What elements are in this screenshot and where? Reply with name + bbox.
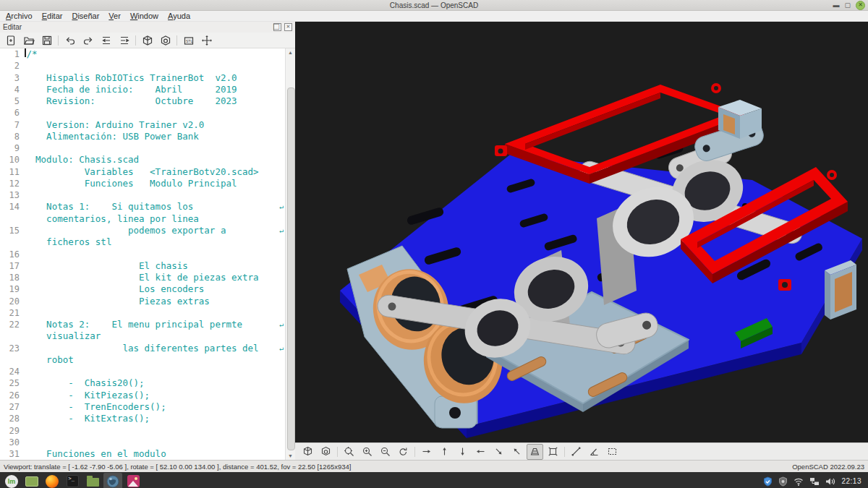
editor-dock-header[interactable]: Editar ⃞ ✕ bbox=[0, 22, 295, 33]
select-region-icon bbox=[607, 446, 618, 457]
code-line: 17 El chasis bbox=[0, 260, 295, 272]
indent-button[interactable] bbox=[116, 33, 132, 48]
measure-distance-button[interactable] bbox=[568, 444, 584, 460]
code-line: 19 Los encoders bbox=[0, 283, 295, 295]
render-button[interactable] bbox=[157, 33, 174, 48]
3d-model bbox=[295, 22, 868, 442]
redo-button[interactable] bbox=[80, 33, 96, 48]
code-line: 1/* bbox=[0, 48, 295, 60]
code-text: Alimentación: USB Power Bank bbox=[25, 131, 199, 142]
view-bottom-button[interactable] bbox=[454, 444, 471, 460]
code-line: 20 Piezas extras bbox=[0, 296, 295, 307]
taskbar-terminal-button[interactable]: >_ bbox=[63, 473, 82, 488]
code-line: 2 bbox=[0, 60, 295, 72]
view-back-button[interactable] bbox=[509, 444, 525, 460]
line-number: 16 bbox=[0, 249, 25, 260]
code-text: Hispalis RobIOTics TrainerBot v2.0 bbox=[25, 72, 237, 84]
code-line: 8 Alimentación: USB Power Bank bbox=[0, 131, 295, 142]
unindent-button[interactable] bbox=[98, 33, 114, 48]
taskbar-image-viewer-button[interactable] bbox=[124, 473, 142, 488]
toolbar-separator bbox=[564, 447, 565, 457]
viewport-render-button[interactable] bbox=[318, 444, 334, 460]
orthogonal-button[interactable] bbox=[545, 444, 561, 460]
new-file-button[interactable] bbox=[2, 33, 19, 48]
code-line: 13 bbox=[0, 189, 295, 201]
view-front-button[interactable] bbox=[490, 444, 507, 460]
reset-view-icon bbox=[398, 446, 409, 457]
editor-scrollbar[interactable]: ▲ ▼ bbox=[285, 48, 295, 460]
menu-disenar[interactable]: Diseñar bbox=[70, 12, 107, 20]
export-stl-button[interactable]: STL bbox=[180, 33, 197, 48]
viewport-toolbar bbox=[295, 442, 868, 460]
show-desktop-button[interactable] bbox=[22, 473, 41, 488]
code-line: 31 Funciones en el modulo bbox=[0, 448, 295, 460]
line-number: 4 bbox=[0, 84, 25, 95]
view-left-button[interactable] bbox=[472, 444, 489, 460]
menu-bar: Archivo Editar Diseñar Ver Window Ayuda bbox=[0, 11, 868, 22]
code-line: 4 Fecha de inicio: Abril 2019 bbox=[0, 84, 295, 95]
code-line: 6 bbox=[0, 107, 295, 119]
taskbar-clock[interactable]: 22:13 bbox=[841, 477, 861, 485]
dock-float-icon[interactable]: ⃞ bbox=[273, 23, 281, 31]
text-cursor bbox=[25, 48, 26, 57]
line-number: 29 bbox=[0, 425, 25, 437]
render-cube-icon bbox=[320, 446, 331, 457]
zoom-out-button[interactable] bbox=[377, 444, 393, 460]
view-right-button[interactable] bbox=[418, 444, 435, 460]
perspective-button[interactable] bbox=[527, 444, 543, 460]
open-file-button[interactable] bbox=[20, 33, 37, 48]
taskbar-files-button[interactable] bbox=[83, 473, 102, 488]
scroll-down-icon[interactable]: ▼ bbox=[286, 452, 295, 460]
menu-archivo[interactable]: Archivo bbox=[4, 12, 41, 20]
scrollbar-thumb[interactable] bbox=[287, 87, 295, 450]
code-text: Modulo: Chasis.scad bbox=[25, 154, 139, 166]
3d-viewport[interactable] bbox=[295, 22, 868, 442]
menu-editar[interactable]: Editar bbox=[41, 12, 71, 20]
render-icon bbox=[160, 35, 171, 46]
reset-view-button[interactable] bbox=[395, 444, 412, 460]
pan-button[interactable] bbox=[198, 33, 215, 48]
dock-close-icon[interactable]: ✕ bbox=[284, 23, 292, 31]
network-icon[interactable] bbox=[809, 477, 820, 486]
view-left-icon bbox=[475, 446, 486, 457]
code-editor[interactable]: 1/*23 Hispalis RobIOTics TrainerBot v2.0… bbox=[0, 48, 295, 460]
zoom-in-button[interactable] bbox=[359, 444, 375, 460]
select-region-button[interactable] bbox=[604, 444, 621, 460]
menu-ayuda[interactable]: Ayuda bbox=[166, 12, 198, 20]
maximize-button[interactable]: ▢ bbox=[844, 1, 851, 9]
scroll-up-icon[interactable]: ▲ bbox=[286, 48, 295, 56]
zoom-in-icon bbox=[362, 446, 373, 457]
window-titlebar[interactable]: Chasis.scad — OpenSCAD ▬ ▢ ✕ bbox=[0, 0, 868, 11]
menu-window[interactable]: Window bbox=[129, 12, 166, 20]
line-number: 13 bbox=[0, 189, 25, 201]
line-number bbox=[0, 354, 25, 366]
undo-button[interactable] bbox=[61, 33, 78, 48]
viewport-preview-button[interactable] bbox=[299, 444, 316, 460]
view-top-button[interactable] bbox=[436, 444, 453, 460]
code-text: robot bbox=[25, 354, 74, 366]
code-line: 29 bbox=[0, 425, 295, 437]
taskbar-openscad-button[interactable] bbox=[103, 473, 122, 488]
code-text: Version: Arduino Trainer v2.0 bbox=[25, 119, 204, 131]
system-tray: 22:13 bbox=[763, 476, 866, 487]
firewall-shield-icon[interactable] bbox=[778, 476, 788, 487]
viewport-panel bbox=[295, 22, 868, 460]
code-text: visualizar bbox=[25, 330, 101, 342]
update-shield-icon[interactable] bbox=[763, 476, 773, 487]
line-number: 9 bbox=[0, 142, 25, 154]
save-file-button[interactable] bbox=[38, 33, 55, 48]
minimize-button[interactable]: ▬ bbox=[833, 1, 839, 9]
close-button[interactable]: ✕ bbox=[856, 1, 865, 10]
taskbar-firefox-button[interactable] bbox=[43, 473, 61, 488]
zoom-all-button[interactable] bbox=[341, 444, 357, 460]
code-line: 18 El kit de piezas extra bbox=[0, 272, 295, 283]
image-viewer-icon bbox=[127, 475, 140, 487]
preview-button[interactable] bbox=[139, 33, 156, 48]
measure-angle-button[interactable] bbox=[586, 444, 603, 460]
code-text: las diferentes partes del bbox=[25, 343, 259, 354]
mint-menu-button[interactable]: lm bbox=[2, 473, 21, 488]
menu-ver[interactable]: Ver bbox=[107, 12, 129, 20]
code-text: Notas 2: El menu principal permte bbox=[25, 319, 242, 330]
volume-icon[interactable] bbox=[825, 477, 835, 486]
wifi-icon[interactable] bbox=[793, 477, 804, 486]
